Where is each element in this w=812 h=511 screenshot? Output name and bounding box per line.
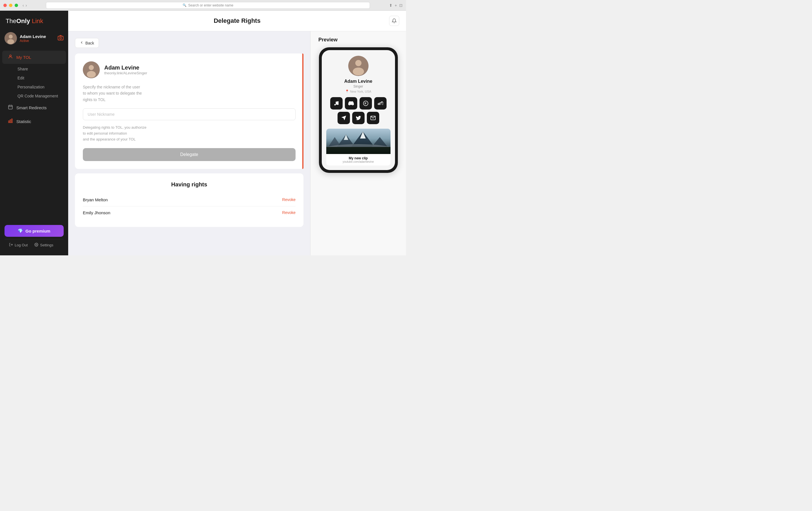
twitter-icon-btn[interactable] (352, 112, 365, 124)
back-label: Back (85, 41, 94, 45)
settings-button[interactable]: Settings (34, 243, 53, 247)
phone-icons-row-1 (330, 97, 386, 110)
svg-point-14 (36, 244, 37, 245)
delegate-profile: Adam Levine theonly.link/ALevineSinger (83, 61, 295, 78)
preview-title: Preview (316, 37, 338, 43)
sidebar-item-edit[interactable]: Edit (14, 73, 68, 83)
svg-point-19 (355, 60, 361, 66)
mac-nav-buttons: ‹ › (23, 3, 27, 8)
delegate-card: Adam Levine theonly.link/ALevineSinger S… (75, 54, 303, 169)
premium-button[interactable]: 💎 Go premium (4, 225, 64, 237)
sidebar-item-label-smart-redirects: Smart Redirects (16, 105, 47, 110)
svg-point-4 (60, 37, 61, 39)
rights-item-1: Emily Jhonson Revoke (83, 206, 295, 219)
profile-name: Adam Levine (20, 34, 55, 39)
gem-icon: 💎 (18, 228, 23, 233)
sidebar-item-qr-code[interactable]: QR Code Management (14, 91, 68, 100)
nav-section: My TOL Share Edit Personalization QR Cod… (0, 49, 68, 130)
svg-point-1 (9, 35, 13, 38)
camera-icon[interactable] (57, 35, 64, 42)
logo-only: Only (16, 18, 30, 25)
nickname-input[interactable] (83, 109, 295, 120)
svg-point-17 (87, 71, 96, 78)
delegate-name: Adam Levine (104, 64, 147, 71)
mac-back-button[interactable]: ‹ (23, 3, 24, 8)
back-button[interactable]: Back (75, 38, 99, 48)
phone-clip[interactable]: My new clip youtube.com/adamlevine (326, 129, 390, 166)
spotify-icon-btn[interactable] (359, 97, 372, 110)
user-icon (8, 54, 13, 61)
main-content: Delegate Rights (68, 11, 406, 256)
soundcloud-icon-btn[interactable] (374, 97, 386, 110)
discord-icon-btn[interactable] (345, 97, 357, 110)
mac-close-dot[interactable] (3, 4, 7, 7)
phone-location-text: New York, USA (350, 90, 371, 93)
rights-user-0: Bryan Melton (83, 198, 108, 202)
svg-point-16 (89, 65, 94, 70)
svg-rect-10 (8, 121, 9, 123)
mac-minimize-dot[interactable] (9, 4, 12, 7)
svg-rect-3 (58, 36, 63, 40)
card-accent-bar (302, 54, 303, 169)
having-rights-title: Having rights (83, 181, 295, 188)
sidebar-item-statistic[interactable]: Statistic (2, 115, 66, 128)
sidebar-footer: Log Out Settings (4, 239, 64, 251)
phone-clip-info: My new clip youtube.com/adamlevine (326, 154, 390, 166)
sidebar-bottom: 💎 Go premium Log Out (0, 220, 68, 256)
svg-rect-6 (8, 105, 12, 109)
mac-sidebar-icon[interactable]: ⊡ (399, 3, 403, 8)
sidebar-item-my-tol[interactable]: My TOL (2, 51, 66, 64)
having-rights-card: Having rights Bryan Melton Revoke Emily … (75, 174, 303, 227)
app-layout: TheOnly Link Adam Levine Active (0, 11, 406, 256)
delegate-note: Delegating rights to TOL, you authorize … (83, 125, 295, 142)
delegate-avatar-image (83, 61, 100, 78)
settings-icon (34, 243, 38, 247)
delegate-button[interactable]: Delegate (83, 148, 295, 161)
mac-titlebar: ‹ › 🔍 Search or enter website name ⬆ + ⊡ (0, 0, 406, 11)
mac-share-icon[interactable]: ⬆ (389, 3, 393, 8)
phone-avatar-image (348, 56, 369, 76)
sidebar-item-smart-redirects[interactable]: Smart Redirects (2, 101, 66, 114)
svg-point-22 (334, 104, 336, 106)
phone-mockup: Adam Levine Singer 📍 New York, USA (319, 47, 398, 173)
revoke-button-0[interactable]: Revoke (282, 198, 295, 202)
mountain-svg (326, 129, 390, 154)
rights-item-0: Bryan Melton Revoke (83, 193, 295, 206)
sidebar-item-share[interactable]: Share (14, 64, 68, 73)
back-chevron-icon (80, 40, 84, 45)
revoke-button-1[interactable]: Revoke (282, 210, 295, 215)
logout-icon (9, 243, 13, 247)
mac-window-actions: ⬆ + ⊡ (389, 3, 403, 8)
svg-rect-35 (326, 129, 390, 154)
bell-button[interactable] (389, 16, 399, 26)
svg-point-5 (9, 55, 11, 57)
logout-label: Log Out (14, 243, 28, 247)
main-header: Delegate Rights (68, 11, 406, 31)
svg-point-20 (353, 67, 364, 76)
svg-rect-11 (10, 120, 11, 123)
email-icon-btn[interactable] (367, 112, 379, 124)
logout-button[interactable]: Log Out (9, 243, 28, 247)
phone-name: Adam Levine (344, 79, 373, 84)
mountain-scene (326, 129, 390, 154)
svg-rect-12 (11, 119, 12, 123)
telegram-icon-btn[interactable] (338, 112, 350, 124)
mac-maximize-dot[interactable] (14, 4, 18, 7)
address-bar[interactable]: 🔍 Search or enter website name (46, 2, 370, 9)
delegate-button-label: Delegate (180, 152, 198, 157)
mac-newtab-icon[interactable]: + (395, 3, 397, 8)
mac-forward-button[interactable]: › (26, 3, 27, 8)
address-bar-text: Search or enter website name (188, 3, 233, 7)
chart-icon (8, 118, 13, 125)
rights-user-1: Emily Jhonson (83, 210, 111, 215)
phone-avatar (348, 56, 369, 76)
svg-point-23 (337, 103, 338, 105)
nav-sub-items: Share Edit Personalization QR Code Manag… (0, 64, 68, 100)
phone-clip-title: My new clip (329, 156, 388, 160)
phone-location: 📍 New York, USA (345, 90, 371, 93)
music-icon-btn[interactable] (330, 97, 343, 110)
calendar-icon (8, 104, 13, 111)
sidebar-item-personalization[interactable]: Personalization (14, 83, 68, 91)
content-main: Back Adam Levin (68, 31, 310, 256)
premium-label: Go premium (25, 229, 50, 233)
